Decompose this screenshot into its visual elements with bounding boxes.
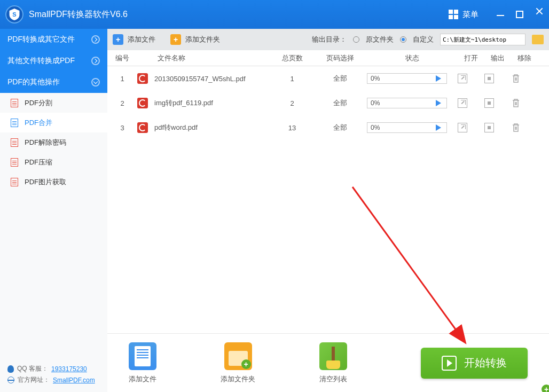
big-add-folder-label: 添加文件夹: [221, 374, 255, 384]
progress-bar[interactable]: 0%: [367, 73, 447, 84]
radio-source-label: 原文件夹: [366, 35, 394, 44]
open-icon[interactable]: [458, 74, 467, 83]
cell-page-select[interactable]: 全部: [313, 123, 367, 132]
big-clear-button[interactable]: 清空列表: [319, 342, 347, 384]
progress-bar[interactable]: 0%: [367, 98, 447, 108]
open-icon[interactable]: [458, 123, 467, 132]
sidebar-cat-label: PDF转换成其它文件: [7, 35, 75, 44]
hdr-index: 编号: [113, 53, 132, 63]
pdf-icon: [11, 138, 18, 147]
app-logo-icon: S: [5, 5, 23, 23]
menu-button[interactable]: 菜单: [449, 10, 479, 20]
sidebar-footer: QQ 客服：1933175230 官方网址：SmallPDF.com: [0, 357, 107, 392]
open-icon[interactable]: [458, 98, 467, 108]
trash-icon[interactable]: [511, 98, 521, 108]
minimize-button[interactable]: [497, 15, 504, 16]
cell-output: [484, 74, 511, 83]
progress-text: 0%: [367, 75, 380, 82]
sidebar-cat-label: 其他文件转换成PDF: [7, 56, 75, 66]
hdr-pages: 总页数: [271, 53, 313, 63]
progress-text: 0%: [367, 124, 380, 131]
add-folder-button[interactable]: +添加文件夹: [170, 34, 220, 45]
qq-link[interactable]: 1933175230: [51, 365, 87, 373]
output-icon[interactable]: [484, 98, 494, 108]
add-file-label: 添加文件: [128, 35, 155, 44]
broom-icon: [319, 342, 347, 370]
sidebar-cat-pdf-ops[interactable]: PDF的其他操作: [0, 72, 107, 93]
cell-index: 1: [113, 75, 132, 83]
cell-pages: 2: [271, 99, 313, 107]
cell-delete: [511, 74, 538, 83]
document-icon: +: [129, 342, 156, 370]
svg-line-1: [352, 187, 465, 342]
cell-status: 0%: [367, 98, 458, 108]
menu-label: 菜单: [462, 10, 479, 20]
cell-page-select[interactable]: 全部: [313, 98, 367, 108]
sidebar-opt-extract-img[interactable]: PDF图片获取: [0, 172, 107, 192]
hdr-name: 文件名称: [132, 53, 271, 63]
output-icon[interactable]: [484, 74, 494, 83]
chevron-right-icon: [91, 35, 100, 44]
sidebar-opt-label: PDF图片获取: [25, 177, 66, 187]
cell-name: pdf转word.pdf: [132, 122, 271, 133]
pdf-icon: [11, 178, 18, 186]
pdf-icon: [11, 99, 18, 107]
sidebar-opt-merge[interactable]: PDF合并: [0, 113, 107, 132]
big-add-folder-button[interactable]: + 添加文件夹: [221, 342, 255, 384]
chevron-down-icon: [91, 78, 100, 87]
trash-icon[interactable]: [511, 74, 521, 83]
plus-icon: +: [170, 34, 181, 45]
add-file-button[interactable]: +添加文件: [113, 34, 155, 45]
pdf-file-icon: [137, 73, 148, 84]
folder-icon: +: [224, 342, 252, 370]
output-icon[interactable]: [484, 123, 494, 132]
chevron-right-icon: [91, 57, 100, 65]
cell-pages: 1: [271, 75, 313, 83]
progress-bar[interactable]: 0%: [367, 122, 447, 133]
radio-custom-label: 自定义: [413, 35, 434, 44]
toolbar: +添加文件 +添加文件夹 输出目录： 原文件夹 自定义: [107, 29, 549, 50]
cell-page-select[interactable]: 全部: [313, 74, 367, 83]
plus-icon: +: [113, 34, 123, 45]
output-dir-label: 输出目录：: [312, 35, 347, 44]
add-folder-label: 添加文件夹: [185, 35, 220, 44]
sidebar-opt-label: PDF解除密码: [25, 138, 66, 147]
site-link[interactable]: SmallPDF.com: [53, 377, 95, 384]
file-name: pdf转word.pdf: [154, 123, 198, 132]
cell-output: [484, 98, 511, 108]
table-row: 120130509155747_W5shL.pdf1全部0%: [107, 66, 549, 91]
pdf-icon: [11, 119, 18, 127]
play-icon: [436, 124, 444, 131]
close-button[interactable]: [535, 11, 543, 18]
progress-text: 0%: [367, 99, 380, 107]
browser-icon: [7, 377, 14, 383]
big-add-file-button[interactable]: + 添加文件: [129, 342, 156, 384]
sidebar-cat-pdf-to-other[interactable]: PDF转换成其它文件: [0, 29, 107, 50]
sidebar-opt-unlock[interactable]: PDF解除密码: [0, 132, 107, 152]
titlebar: S SmallPDF转换器软件V6.6 菜单: [0, 0, 549, 29]
qq-icon: [7, 365, 14, 373]
radio-custom-folder[interactable]: [400, 36, 406, 43]
browse-folder-icon[interactable]: [532, 35, 544, 44]
hdr-open: 打开: [458, 53, 484, 63]
sidebar-cat-other-to-pdf[interactable]: 其他文件转换成PDF: [0, 50, 107, 72]
sidebar-opt-compress[interactable]: PDF压缩: [0, 152, 107, 172]
sidebar: PDF转换成其它文件 其他文件转换成PDF PDF的其他操作 PDF分割 PDF…: [0, 29, 107, 392]
play-icon: [436, 100, 444, 106]
sidebar-opt-label: PDF压缩: [25, 158, 52, 167]
sidebar-opt-split[interactable]: PDF分割: [0, 93, 107, 113]
cell-status: 0%: [367, 73, 458, 84]
sidebar-opt-label: PDF分割: [25, 98, 52, 108]
radio-source-folder[interactable]: [353, 36, 359, 43]
cell-delete: [511, 123, 538, 132]
output-path-input[interactable]: [440, 34, 526, 45]
trash-icon[interactable]: [511, 123, 521, 132]
hdr-output: 输出: [484, 53, 511, 63]
hdr-delete: 移除: [511, 53, 538, 63]
cell-index: 2: [113, 99, 132, 107]
hdr-status: 状态: [367, 53, 458, 63]
maximize-button[interactable]: [516, 11, 523, 18]
start-label: 开始转换: [464, 356, 507, 370]
cell-pages: 13: [271, 124, 313, 132]
main-panel: +添加文件 +添加文件夹 输出目录： 原文件夹 自定义 编号 文件名称 总页数 …: [107, 29, 549, 392]
